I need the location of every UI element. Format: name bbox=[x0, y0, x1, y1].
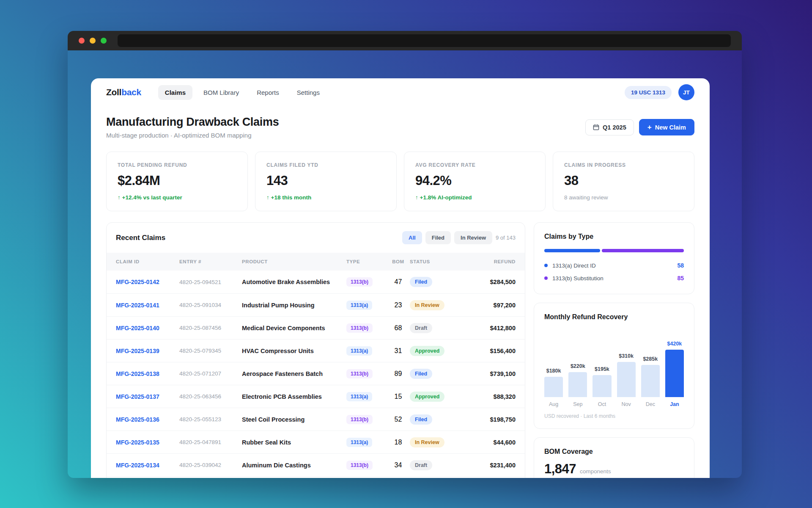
stat-label: Avg Recovery Rate bbox=[415, 162, 534, 168]
recent-claims-card: Recent Claims AllFiledIn Review 9 of 143… bbox=[106, 222, 525, 478]
tab-bom-library[interactable]: BOM Library bbox=[197, 85, 246, 100]
close-window-icon[interactable] bbox=[79, 38, 85, 44]
url-bar[interactable] bbox=[118, 34, 731, 47]
monthly-refund-title: Monthly Refund Recovery bbox=[544, 313, 684, 321]
table-row[interactable]: MFG-2025-01344820-25-039042Aluminum Die … bbox=[107, 453, 525, 476]
table-row[interactable]: MFG-2025-01424820-25-094521Automotive Br… bbox=[107, 271, 525, 293]
table-filters: AllFiledIn Review bbox=[402, 231, 492, 244]
minimize-window-icon[interactable] bbox=[90, 38, 96, 44]
status-cell: Draft bbox=[410, 460, 469, 470]
refund-bar-chart: $180k$220k$195k$310k$285k$420k bbox=[544, 334, 684, 397]
bar-value-label: $180k bbox=[546, 368, 561, 374]
bom-count: 68 bbox=[387, 324, 410, 332]
new-claim-button[interactable]: + New Claim bbox=[639, 119, 694, 135]
month-label: Oct bbox=[593, 401, 611, 407]
tab-claims[interactable]: Claims bbox=[158, 85, 192, 100]
refund-amount: $97,200 bbox=[469, 302, 516, 309]
chart-bar bbox=[641, 365, 660, 397]
table-row[interactable]: MFG-2025-01364820-25-055123Steel Coil Pr… bbox=[107, 408, 525, 431]
chart-bar bbox=[593, 375, 611, 397]
bom-count: 89 bbox=[387, 370, 410, 378]
chart-bar-group: $420k bbox=[665, 341, 684, 397]
entry-number: 4820-25-091034 bbox=[179, 302, 242, 308]
bom-coverage-card: BOM Coverage 1,847 components ↑ 23 new m… bbox=[534, 437, 694, 478]
claim-id-link[interactable]: MFG-2025-0140 bbox=[116, 325, 179, 331]
claim-id-link[interactable]: MFG-2025-0137 bbox=[116, 393, 179, 400]
claim-id-link[interactable]: MFG-2025-0135 bbox=[116, 439, 179, 446]
status-badge: Filed bbox=[410, 369, 432, 379]
legend-row: 1313(b) Substitution85 bbox=[544, 272, 684, 284]
stat-value: 94.2% bbox=[415, 173, 534, 188]
bar-value-label: $220k bbox=[571, 363, 585, 369]
top-nav: Zollback ClaimsBOM LibraryReportsSetting… bbox=[106, 78, 694, 106]
status-cell: Filed bbox=[410, 369, 469, 379]
status-badge: Approved bbox=[410, 392, 444, 402]
chart-bar bbox=[544, 377, 563, 397]
status-cell: Approved bbox=[410, 392, 469, 402]
product-name: Medical Device Components bbox=[242, 325, 346, 331]
chart-bar-group: $220k bbox=[568, 363, 587, 397]
claim-id-link[interactable]: MFG-2025-0136 bbox=[116, 416, 179, 423]
type-badge: 1313(a) bbox=[346, 346, 372, 356]
legend-row: 1313(a) Direct ID58 bbox=[544, 259, 684, 272]
filter-all[interactable]: All bbox=[402, 231, 422, 244]
type-cell: 1313(b) bbox=[346, 461, 387, 470]
bar-value-label: $195k bbox=[595, 366, 609, 372]
entry-number: 4820-25-055123 bbox=[179, 416, 242, 422]
table-row[interactable]: MFG-2025-01384820-25-071207Aerospace Fas… bbox=[107, 362, 525, 385]
stat-delta: ↑ +12.4% vs last quarter bbox=[118, 194, 236, 201]
legend-value: 85 bbox=[677, 275, 684, 282]
product-name: Electronic PCB Assemblies bbox=[242, 393, 346, 400]
claim-id-link[interactable]: MFG-2025-0138 bbox=[116, 370, 179, 377]
refund-amount: $198,750 bbox=[469, 416, 516, 423]
status-badge: Draft bbox=[410, 460, 432, 470]
stat-card: Claims in Progress388 awaiting review bbox=[553, 152, 694, 211]
stat-cards: Total Pending Refund$2.84M↑ +12.4% vs la… bbox=[106, 152, 694, 211]
split-segment bbox=[544, 249, 600, 252]
product-name: Rubber Seal Kits bbox=[242, 439, 346, 446]
tab-settings[interactable]: Settings bbox=[290, 85, 326, 100]
refund-amount: $88,320 bbox=[469, 393, 516, 400]
filter-filed[interactable]: Filed bbox=[425, 231, 451, 244]
type-badge: 1313(b) bbox=[346, 369, 373, 378]
table-row[interactable]: MFG-2025-0133 bbox=[107, 476, 525, 478]
column-header: Refund bbox=[469, 259, 516, 264]
tab-reports[interactable]: Reports bbox=[250, 85, 286, 100]
bom-count: 52 bbox=[387, 416, 410, 423]
stat-label: Claims Filed YTD bbox=[266, 162, 385, 168]
period-button[interactable]: Q1 2025 bbox=[585, 119, 634, 135]
type-cell: 1313(b) bbox=[346, 369, 387, 378]
product-name: Aluminum Die Castings bbox=[242, 462, 346, 469]
type-cell: 1313(a) bbox=[346, 392, 387, 401]
status-cell: In Review bbox=[410, 300, 469, 310]
bom-coverage-title: BOM Coverage bbox=[544, 448, 684, 456]
stat-delta: ↑ +1.8% AI-optimized bbox=[415, 194, 534, 201]
table-row[interactable]: MFG-2025-01414820-25-091034Industrial Pu… bbox=[107, 293, 525, 316]
maximize-window-icon[interactable] bbox=[101, 38, 107, 44]
type-badge: 1313(a) bbox=[346, 301, 372, 310]
refund-amount: $156,400 bbox=[469, 348, 516, 354]
status-badge: In Review bbox=[410, 300, 444, 310]
claim-id-link[interactable]: MFG-2025-0139 bbox=[116, 348, 179, 354]
table-row[interactable]: MFG-2025-01374820-25-063456Electronic PC… bbox=[107, 385, 525, 408]
bom-components-count: 1,847 bbox=[544, 461, 576, 477]
legend-label: 1313(b) Substitution bbox=[552, 275, 604, 282]
stat-delta: 8 awaiting review bbox=[564, 194, 683, 201]
claim-id-link[interactable]: MFG-2025-0134 bbox=[116, 462, 179, 469]
table-row[interactable]: MFG-2025-01394820-25-079345HVAC Compress… bbox=[107, 339, 525, 362]
stat-value: $2.84M bbox=[118, 173, 236, 188]
status-badge: Approved bbox=[410, 346, 444, 356]
claim-id-link[interactable]: MFG-2025-0141 bbox=[116, 302, 179, 309]
table-row[interactable]: MFG-2025-01404820-25-087456Medical Devic… bbox=[107, 316, 525, 339]
legend-dot-icon bbox=[544, 276, 548, 280]
app-logo[interactable]: Zollback bbox=[106, 87, 141, 97]
avatar[interactable]: JT bbox=[678, 84, 694, 100]
status-cell: Filed bbox=[410, 277, 469, 287]
chart-bar-group: $310k bbox=[617, 353, 636, 397]
claims-type-split-bar bbox=[544, 249, 684, 252]
type-cell: 1313(b) bbox=[346, 323, 387, 333]
chart-bar bbox=[665, 350, 684, 397]
table-row[interactable]: MFG-2025-01354820-25-047891Rubber Seal K… bbox=[107, 431, 525, 453]
claim-id-link[interactable]: MFG-2025-0142 bbox=[116, 279, 179, 285]
filter-in-review[interactable]: In Review bbox=[454, 231, 492, 244]
